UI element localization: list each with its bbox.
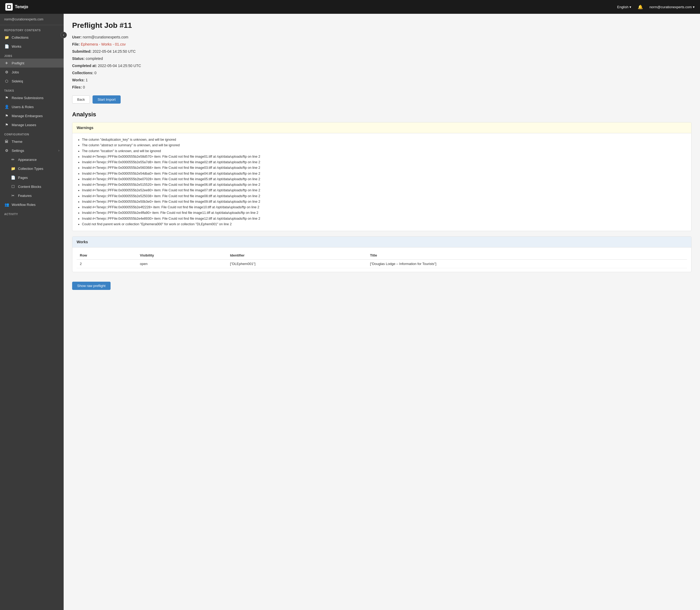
works-box: Works Row Visibility Identifier Title 2o… [72, 236, 691, 272]
sidebar-item-sidekiq[interactable]: ⬡ Sidekiq [0, 77, 64, 85]
sidebar-item-collections[interactable]: 📁 Collections [0, 33, 64, 42]
section-label-configuration: CONFIGURATION [0, 129, 64, 137]
sidebar-item-label: Works [12, 45, 21, 48]
section-label-repository: REPOSITORY CONTENTS [0, 25, 64, 33]
collections-value: 0 [94, 71, 96, 75]
sidebar-item-label: Jobs [12, 70, 19, 74]
works-table-header-row: Row Visibility Identifier Title [77, 251, 687, 260]
collections-label: Collections: [72, 71, 93, 75]
user-value: norm@curationexperts.com [83, 35, 128, 39]
sidebar-item-users-roles[interactable]: 👤 Users & Roles [0, 102, 64, 111]
col-title: Title [367, 251, 687, 260]
warning-item: Invalid #<Tenejo::PFFile:0x0000555b2e4ff… [82, 210, 687, 216]
sidebar-item-label: Review Submissions [12, 96, 44, 100]
preflight-icon: ✈ [4, 61, 9, 65]
sidebar-item-manage-leases[interactable]: ⚑ Manage Leases [0, 120, 64, 129]
warning-item: The column "deduplication_key" is unknow… [82, 137, 687, 143]
section-label-activity: ACTIVITY [0, 209, 64, 217]
sidebar-item-label: Settings [12, 149, 24, 152]
collection-types-icon: 📁 [11, 166, 15, 171]
works-table-rows: 2open["DLEphem001"]["Douglas Lodge – Inf… [77, 260, 687, 268]
sidebar-item-label: Appearance [18, 158, 36, 162]
users-icon: 👤 [4, 105, 9, 109]
sidebar-item-content-blocks[interactable]: ☐ Content Blocks [0, 182, 64, 191]
sidebar-item-collection-types[interactable]: 📁 Collection Types [0, 164, 64, 173]
start-import-button[interactable]: Start Import [93, 95, 121, 103]
show-raw-preflight-button[interactable]: Show raw preflight [72, 282, 111, 290]
sidebar-item-review-submissions[interactable]: ⚑ Review Submissions [0, 93, 64, 102]
section-label-tasks: TASKS [0, 85, 64, 93]
submitted-label: Submitted: [72, 49, 92, 53]
col-row: Row [77, 251, 137, 260]
works-icon: 📄 [4, 44, 9, 48]
user-menu[interactable]: norm@curationexperts.com ▾ [649, 5, 695, 9]
works-table-body: Row Visibility Identifier Title 2open["D… [73, 247, 691, 272]
back-button[interactable]: Back [72, 95, 90, 103]
warnings-header: Warnings [73, 123, 691, 133]
sidebar-item-label: Collections [12, 35, 29, 39]
sidebar-item-appearance[interactable]: ✏ Appearance [0, 155, 64, 164]
cell-row: 2 [77, 260, 137, 268]
features-icon: ✂ [11, 193, 15, 198]
col-identifier: Identifier [227, 251, 367, 260]
files-label: Files: [72, 85, 82, 89]
sidekiq-icon: ⬡ [4, 79, 9, 83]
warning-item: The column "location" is unknown, and wi… [82, 148, 687, 154]
analysis-title: Analysis [72, 111, 691, 118]
sidebar-collapse-button[interactable]: ‹ [60, 32, 67, 38]
sidebar-item-features[interactable]: ✂ Features [0, 191, 64, 200]
status-label: Status: [72, 57, 84, 61]
settings-icon: ⚙ [4, 148, 9, 152]
sidebar-item-label: Collection Types [18, 167, 43, 171]
section-label-jobs: JOBS [0, 51, 64, 59]
jobs-icon: ⚙ [4, 70, 9, 74]
warnings-body: The column "deduplication_key" is unknow… [73, 133, 691, 231]
warning-item: Could not find parent work or collection… [82, 222, 687, 227]
warnings-box: Warnings The column "deduplication_key" … [72, 122, 691, 231]
warning-item: Invalid #<Tenejo::PFFile:0x0000555b2e50b… [82, 199, 687, 205]
meta-completed: Completed at: 2022-05-04 14:25:50 UTC [72, 63, 691, 69]
action-buttons: Back Start Import [72, 95, 691, 103]
file-link[interactable]: Ephemera - Works - 01.csv [81, 42, 126, 46]
chevron-down-icon: ▾ [693, 5, 695, 9]
appearance-icon: ✏ [11, 157, 15, 162]
sidebar-item-label: Features [18, 194, 32, 198]
pages-icon: 📄 [11, 175, 15, 180]
cell-title: ["Douglas Lodge – Information for Touris… [367, 260, 687, 268]
notification-bell-icon[interactable]: 🔔 [638, 4, 643, 10]
warning-item: Invalid #<Tenejo::PFFile:0x0000555b2e4f2… [82, 205, 687, 210]
language-selector[interactable]: English ▾ [617, 5, 631, 9]
meta-submitted: Submitted: 2022-05-04 14:25:50 UTC [72, 49, 691, 54]
completed-label: Completed at: [72, 64, 97, 68]
sidebar-item-label: Manage Embargoes [12, 114, 43, 118]
meta-collections: Collections: 0 [72, 70, 691, 76]
user-label: User: [72, 35, 82, 39]
col-visibility: Visibility [137, 251, 227, 260]
sidebar-item-jobs[interactable]: ⚙ Jobs [0, 68, 64, 77]
collections-icon: 📁 [4, 35, 9, 39]
chevron-down-icon: ▾ [629, 5, 631, 9]
sidebar: ‹ norm@curationexperts.com REPOSITORY CO… [0, 14, 64, 610]
sidebar-item-preflight[interactable]: ✈ Preflight [0, 59, 64, 68]
sidebar-item-pages[interactable]: 📄 Pages [0, 173, 64, 182]
file-label: File: [72, 42, 80, 46]
meta-works: Works: 1 [72, 77, 691, 83]
chevron-right-icon: › [58, 149, 59, 152]
warning-item: Invalid #<Tenejo::PFFile:0x0000555b2e525… [82, 193, 687, 199]
logo-text: Tenejo [15, 4, 28, 9]
logo: Tenejo [5, 3, 617, 11]
sidebar-item-theme[interactable]: 🏛 Theme [0, 137, 64, 146]
leases-icon: ⚑ [4, 123, 9, 127]
content-blocks-icon: ☐ [11, 184, 15, 189]
sidebar-item-manage-embargoes[interactable]: ⚑ Manage Embargoes [0, 111, 64, 120]
sidebar-item-works[interactable]: 📄 Works [0, 42, 64, 51]
sidebar-item-label: Preflight [12, 61, 25, 65]
submitted-value: 2022-05-04 14:25:50 UTC [93, 49, 136, 53]
sidebar-item-label: Workflow Roles [12, 203, 35, 207]
svg-rect-1 [8, 6, 10, 8]
sidebar-item-settings[interactable]: ⚙ Settings › [0, 146, 64, 155]
files-value: 0 [83, 85, 85, 89]
sidebar-item-workflow-roles[interactable]: 👥 Workflow Roles [0, 200, 64, 209]
embargo-icon: ⚑ [4, 114, 9, 118]
works-label: Works: [72, 78, 84, 82]
